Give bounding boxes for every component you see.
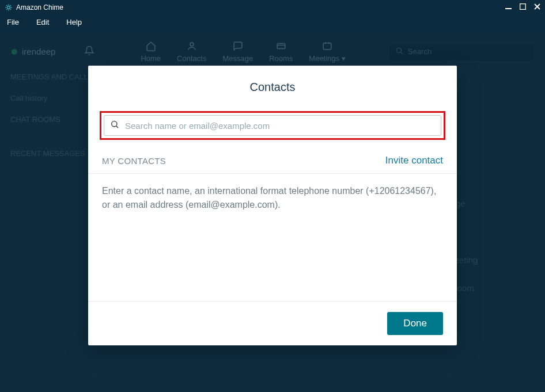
svg-line-5 <box>6 5 7 6</box>
maximize-button[interactable] <box>520 3 526 11</box>
contacts-modal: Contacts MY CONTACTS Invite contact Ente… <box>88 66 457 345</box>
titlebar: Amazon Chime <box>0 0 545 14</box>
search-highlight-box <box>100 111 445 140</box>
my-contacts-header: MY CONTACTS Invite contact <box>88 146 457 174</box>
edit-menu[interactable]: Edit <box>36 18 49 26</box>
minimize-button[interactable] <box>505 3 512 11</box>
svg-line-22 <box>116 126 118 128</box>
my-contacts-label: MY CONTACTS <box>102 156 166 166</box>
svg-line-8 <box>6 9 7 10</box>
help-menu[interactable]: Help <box>66 18 82 26</box>
invite-contact-link[interactable]: Invite contact <box>385 155 443 166</box>
svg-rect-10 <box>520 4 526 10</box>
svg-rect-9 <box>505 8 512 9</box>
search-icon <box>110 120 119 131</box>
svg-line-6 <box>10 9 11 10</box>
svg-point-0 <box>7 6 10 9</box>
svg-line-7 <box>10 5 11 6</box>
done-button[interactable]: Done <box>387 312 443 335</box>
close-button[interactable] <box>534 3 540 11</box>
svg-point-21 <box>112 121 117 127</box>
contact-search-field[interactable] <box>104 115 441 136</box>
menubar: File Edit Help <box>0 14 545 32</box>
file-menu[interactable]: File <box>7 18 19 26</box>
contact-hint-text: Enter a contact name, an international f… <box>88 174 457 222</box>
modal-overlay: Contacts MY CONTACTS Invite contact Ente… <box>0 32 545 392</box>
window-title: Amazon Chime <box>16 3 63 12</box>
modal-title: Contacts <box>88 66 457 102</box>
modal-footer: Done <box>88 301 457 345</box>
app-body: irendeep Home Contacts Mes <box>0 32 545 392</box>
contact-search-input[interactable] <box>125 121 435 131</box>
app-logo-icon <box>5 3 13 12</box>
window-controls <box>505 3 540 11</box>
